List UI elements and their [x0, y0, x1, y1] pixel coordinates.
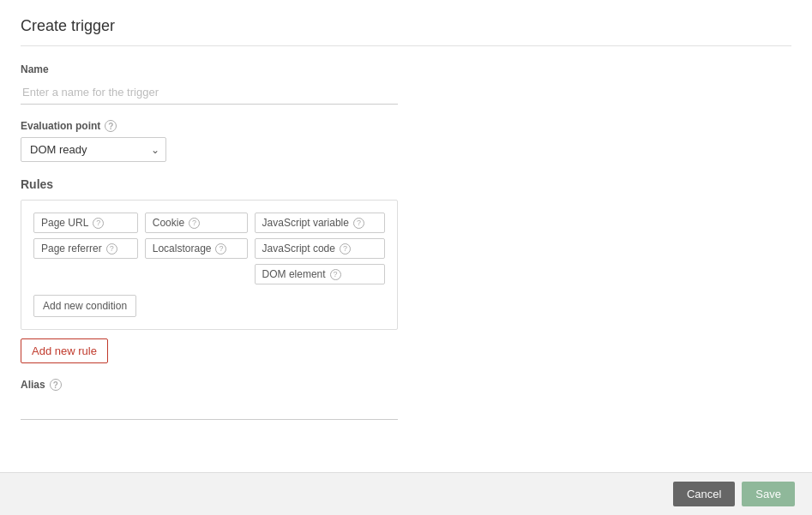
rules-label: Rules — [21, 177, 791, 191]
alias-label: Alias ? — [21, 379, 791, 391]
alias-input[interactable] — [21, 396, 398, 420]
rules-box: Page URL ? Cookie ? JavaScript variable … — [21, 200, 398, 330]
save-button[interactable]: Save — [742, 482, 795, 506]
alias-help-icon[interactable]: ? — [50, 379, 62, 391]
condition-page-url[interactable]: Page URL ? — [33, 213, 138, 233]
add-rule-button[interactable]: Add new rule — [21, 338, 108, 363]
evaluation-point-select-wrapper: DOM ready DOM interactive Window loaded … — [21, 137, 166, 162]
evaluation-point-label: Evaluation point ? — [21, 120, 791, 132]
footer-bar: Cancel Save — [0, 472, 812, 515]
condition-cookie[interactable]: Cookie ? — [145, 213, 248, 233]
alias-section: Alias ? — [21, 379, 791, 420]
page-referrer-help-icon[interactable]: ? — [106, 243, 117, 255]
javascript-variable-help-icon[interactable]: ? — [353, 218, 364, 229]
dom-element-help-icon[interactable]: ? — [330, 269, 341, 280]
page-title: Create trigger — [21, 17, 791, 46]
name-input[interactable] — [21, 81, 398, 105]
localstorage-help-icon[interactable]: ? — [215, 243, 226, 255]
name-label: Name — [21, 63, 791, 75]
cookie-help-icon[interactable]: ? — [189, 218, 200, 229]
condition-page-referrer[interactable]: Page referrer ? — [33, 238, 138, 259]
name-section: Name — [21, 63, 791, 105]
evaluation-point-select[interactable]: DOM ready DOM interactive Window loaded — [21, 137, 166, 162]
condition-localstorage[interactable]: Localstorage ? — [145, 238, 248, 259]
cancel-button[interactable]: Cancel — [673, 482, 735, 506]
condition-javascript-variable[interactable]: JavaScript variable ? — [255, 213, 385, 233]
page-url-help-icon[interactable]: ? — [93, 218, 104, 229]
condition-javascript-code[interactable]: JavaScript code ? — [255, 238, 385, 259]
evaluation-point-help-icon[interactable]: ? — [105, 120, 117, 132]
rules-section: Rules Page URL ? Cookie ? JavaScript var… — [21, 177, 791, 363]
javascript-code-help-icon[interactable]: ? — [340, 243, 351, 255]
evaluation-point-section: Evaluation point ? DOM ready DOM interac… — [21, 120, 791, 162]
conditions-grid: Page URL ? Cookie ? JavaScript variable … — [33, 213, 385, 284]
condition-dom-element[interactable]: DOM element ? — [255, 264, 385, 284]
add-condition-button[interactable]: Add new condition — [33, 295, 136, 317]
